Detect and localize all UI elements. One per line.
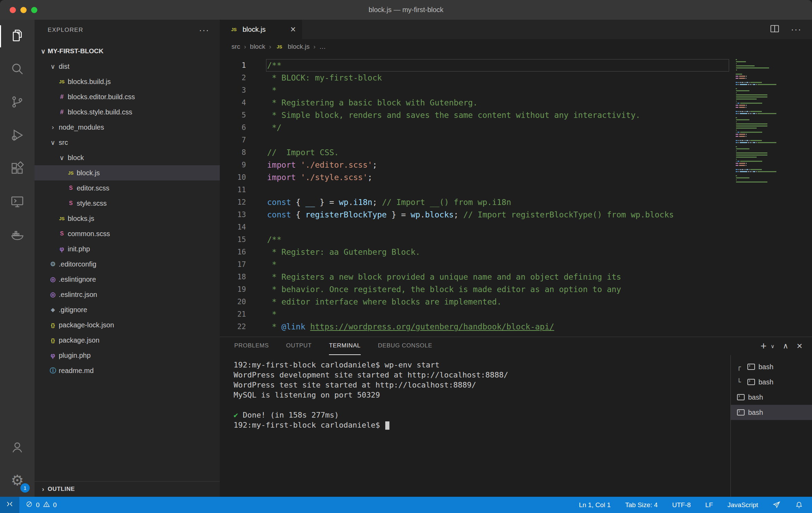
minimap[interactable] [736,58,806,183]
code-line-17[interactable]: 17 * [220,258,812,271]
activity-docker[interactable] [0,219,35,252]
js-file-icon: JS [66,170,75,176]
tree-item-blocks-editor-build-css[interactable]: #blocks.editor.build.css [35,89,220,104]
line-content: /** [266,233,729,246]
code-line-6[interactable]: 6 */ [220,121,812,134]
breadcrumb-item-block[interactable]: block [250,43,265,50]
tree-item--gitignore[interactable]: ◆.gitignore [35,302,220,317]
code-line-18[interactable]: 18 * Registers a new block provided a un… [220,271,812,283]
activity-settings[interactable]: ⚙ 1 [0,464,35,497]
activity-extensions[interactable] [0,152,35,186]
code-line-8[interactable]: 8// Import CSS. [220,146,812,159]
activity-accounts[interactable] [0,432,35,464]
tab-block-js[interactable]: JS block.js × [220,20,302,39]
tree-item-dist[interactable]: ∨dist [35,59,220,74]
code-line-10[interactable]: 10import './style.scss'; [220,171,812,184]
tree-item-editor-scss[interactable]: Seditor.scss [35,180,220,196]
tree-item-common-scss[interactable]: Scommon.scss [35,226,220,241]
panel-tab-output[interactable]: OUTPUT [286,337,312,355]
code-line-15[interactable]: 15/** [220,233,812,246]
activity-search[interactable] [0,53,35,86]
tree-item-block[interactable]: ∨block [35,150,220,165]
panel-tab-problems[interactable]: PROBLEMS [234,337,269,355]
maximize-panel-icon[interactable]: ∧ [783,342,789,350]
tree-item-style-scss[interactable]: Sstyle.scss [35,196,220,211]
tree-item-package-lock-json[interactable]: {}package-lock.json [35,317,220,333]
code-line-20[interactable]: 20 * editor interface where blocks are i… [220,296,812,308]
tree-item-label: blocks.build.js [68,78,111,86]
line-number: 18 [220,271,258,283]
tree-item--eslintignore[interactable]: ◎.eslintignore [35,272,220,287]
breadcrumb-more[interactable]: … [319,43,326,50]
panel-tab-debug-console[interactable]: DEBUG CONSOLE [378,337,432,355]
tree-item-plugin-php[interactable]: φplugin.php [35,348,220,363]
line-number: 19 [220,283,258,296]
close-panel-icon[interactable]: × [797,341,802,351]
close-tab-icon[interactable]: × [290,25,296,34]
terminal-dropdown-icon[interactable]: ∨ [771,344,775,349]
more-editor-actions-icon[interactable]: ··· [791,25,802,35]
code-line-21[interactable]: 21 * [220,308,812,320]
fullscreen-window-button[interactable] [31,7,37,13]
code-line-16[interactable]: 16 * Register: aa Gutenberg Block. [220,246,812,258]
terminal-output[interactable]: 192:my-first-block carlodaniele$ wp-env … [220,355,730,497]
tree-item-blocks-build-js[interactable]: JSblocks.build.js [35,74,220,89]
terminal-instance-bash[interactable]: bash [731,390,812,405]
code-line-14[interactable]: 14 [220,221,812,233]
workspace-root-label: MY-FIRST-BLOCK [48,47,104,55]
more-actions-icon[interactable]: ··· [199,25,209,35]
tree-item-blocks-style-build-css[interactable]: #blocks.style.build.css [35,104,220,120]
tree-item-label: blocks.editor.build.css [68,93,135,101]
problems-status[interactable]: 0 0 [19,497,63,513]
breadcrumb-item-file[interactable]: block.js [288,43,310,50]
code-line-19[interactable]: 19 * behavior. Once registered, the bloc… [220,283,812,296]
code-line-2[interactable]: 2 * BLOCK: my-first-block [220,72,812,84]
encoding[interactable]: UTF-8 [672,501,691,509]
tree-item-package-json[interactable]: {}package.json [35,333,220,348]
code-line-5[interactable]: 5 * Simple block, renders and saves the … [220,109,812,121]
tree-item--editorconfig[interactable]: ⚙.editorconfig [35,256,220,272]
panel-tab-terminal[interactable]: TERMINAL [329,337,361,355]
activity-source-control[interactable] [0,86,35,119]
line-number: 10 [220,171,258,184]
tree-item-readme-md[interactable]: ⓘreadme.md [35,363,220,378]
remote-indicator[interactable] [0,497,19,513]
code-line-9[interactable]: 9import './editor.scss'; [220,159,812,171]
tree-root-row[interactable]: ∨ MY-FIRST-BLOCK [35,44,220,59]
breadcrumb-item-src[interactable]: src [232,43,240,50]
tab-size[interactable]: Tab Size: 4 [625,501,658,509]
terminal-instance-bash[interactable]: ┌bash [731,359,812,374]
tree-item--eslintrc-json[interactable]: ◎.eslintrc.json [35,287,220,302]
outline-section[interactable]: › OUTLINE [35,481,220,497]
terminal-instance-bash[interactable]: └bash [731,374,812,390]
minimize-window-button[interactable] [20,7,27,13]
new-terminal-icon[interactable]: + [761,341,767,351]
code-line-22[interactable]: 22 * @link https://wordpress.org/gutenbe… [220,320,812,333]
cursor-position[interactable]: Ln 1, Col 1 [579,501,611,509]
line-number: 21 [220,308,258,320]
tree-item-init-php[interactable]: φinit.php [35,241,220,256]
code-line-12[interactable]: 12const { __ } = wp.i18n; // Import __()… [220,196,812,208]
tree-item-block-js[interactable]: JSblock.js [35,165,220,180]
split-editor-icon[interactable] [769,24,780,35]
code-line-1[interactable]: 1/** [220,59,812,72]
tree-item-blocks-js[interactable]: JSblocks.js [35,211,220,226]
code-line-4[interactable]: 4 * Registering a basic block with Guten… [220,96,812,109]
feedback-icon[interactable] [773,501,781,509]
activity-explorer[interactable] [0,20,35,53]
code-editor[interactable]: 1/**2 * BLOCK: my-first-block3 *4 * Regi… [220,54,812,337]
panel-tabs: PROBLEMSOUTPUTTERMINALDEBUG CONSOLE [234,337,432,355]
eol-type[interactable]: LF [705,501,713,509]
code-line-11[interactable]: 11 [220,184,812,196]
code-line-3[interactable]: 3 * [220,84,812,96]
code-line-7[interactable]: 7 [220,134,812,146]
activity-remote-explorer[interactable] [0,186,35,219]
terminal-instance-bash[interactable]: bash [731,405,812,420]
tree-item-node-modules[interactable]: ›node_modules [35,120,220,135]
code-line-13[interactable]: 13const { registerBlockType } = wp.block… [220,208,812,221]
tree-item-src[interactable]: ∨src [35,135,220,150]
close-window-button[interactable] [10,7,16,13]
language-mode[interactable]: JavaScript [727,501,758,509]
notifications-bell-icon[interactable] [795,501,803,509]
activity-run-debug[interactable] [0,119,35,152]
